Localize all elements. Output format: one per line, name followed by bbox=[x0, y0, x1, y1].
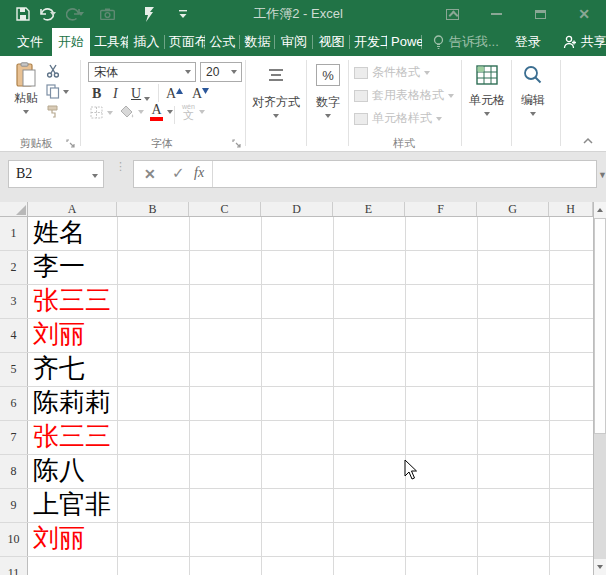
clipboard-dialog-launcher-icon[interactable] bbox=[66, 137, 76, 147]
tab-工具箱[interactable]: 工具箱 bbox=[90, 28, 128, 56]
italic-button[interactable]: I bbox=[113, 84, 118, 102]
row-header-6[interactable]: 6 bbox=[0, 387, 28, 420]
font-name-value: 宋体 bbox=[94, 64, 118, 81]
font-color-button[interactable]: A bbox=[150, 103, 173, 121]
collapse-ribbon-icon[interactable] bbox=[582, 134, 596, 144]
row-header-2[interactable]: 2 bbox=[0, 251, 28, 284]
alignment-button[interactable]: 对齐方式 bbox=[248, 62, 304, 118]
paste-dropdown-icon[interactable] bbox=[23, 110, 29, 114]
decrease-font-size-button[interactable]: A bbox=[192, 84, 209, 102]
tab-公式[interactable]: 公式 bbox=[205, 28, 240, 56]
save-icon[interactable] bbox=[10, 0, 36, 28]
tab-视图[interactable]: 视图 bbox=[313, 28, 350, 56]
number-dropdown-icon[interactable] bbox=[325, 114, 331, 118]
expand-formula-bar-icon[interactable]: ▼ bbox=[598, 170, 606, 180]
minimize-icon[interactable] bbox=[474, 0, 518, 28]
underline-button[interactable]: U bbox=[131, 84, 141, 102]
increase-font-size-button[interactable]: A bbox=[166, 84, 183, 102]
row-header-3[interactable]: 3 bbox=[0, 285, 28, 318]
column-header-G[interactable]: G bbox=[477, 202, 549, 216]
customize-qat-icon[interactable] bbox=[170, 0, 196, 28]
cancel-entry-icon[interactable]: ✕ bbox=[144, 166, 156, 182]
cell-A11[interactable] bbox=[28, 557, 593, 575]
row-header-10[interactable]: 10 bbox=[0, 523, 28, 556]
name-box[interactable]: B2 bbox=[8, 160, 104, 188]
worksheet-grid[interactable]: ABCDEFGH 1姓名2李一3张三三4刘丽5齐七6陈莉莉7张三三8陈八9上官非… bbox=[0, 202, 593, 575]
cell-A8[interactable]: 陈八 bbox=[28, 455, 593, 488]
font-name-combo[interactable]: 宋体 bbox=[88, 62, 196, 82]
cell-A3[interactable]: 张三三 bbox=[28, 285, 593, 318]
column-header-A[interactable]: A bbox=[28, 202, 117, 216]
font-dialog-launcher-icon[interactable] bbox=[232, 137, 242, 147]
font-size-dropdown-icon[interactable] bbox=[231, 70, 237, 74]
vertical-scrollbar[interactable] bbox=[593, 202, 606, 575]
insert-function-icon[interactable]: fx bbox=[194, 165, 204, 181]
cells-dropdown-icon[interactable] bbox=[484, 112, 490, 116]
column-header-B[interactable]: B bbox=[117, 202, 189, 216]
cell-A2[interactable]: 李一 bbox=[28, 251, 593, 284]
scrollbar-thumb[interactable] bbox=[594, 218, 606, 434]
tab-审阅[interactable]: 审阅 bbox=[275, 28, 313, 56]
copy-button[interactable] bbox=[46, 84, 69, 99]
column-header-E[interactable]: E bbox=[333, 202, 405, 216]
share-button[interactable]: 共享 bbox=[555, 28, 606, 56]
cell-A7[interactable]: 张三三 bbox=[28, 421, 593, 454]
row-header-9[interactable]: 9 bbox=[0, 489, 28, 522]
tab-页面布局[interactable]: 页面布局 bbox=[165, 28, 205, 56]
column-header-F[interactable]: F bbox=[405, 202, 477, 216]
maximize-icon[interactable] bbox=[518, 0, 562, 28]
font-color-dropdown-icon[interactable] bbox=[167, 110, 173, 114]
column-header-C[interactable]: C bbox=[189, 202, 261, 216]
editing-dropdown-icon[interactable] bbox=[530, 112, 536, 116]
font-name-dropdown-icon[interactable] bbox=[185, 70, 191, 74]
tab-数据[interactable]: 数据 bbox=[240, 28, 275, 56]
cell-A5[interactable]: 齐七 bbox=[28, 353, 593, 386]
bold-button[interactable]: B bbox=[92, 84, 101, 102]
cell-A4[interactable]: 刘丽 bbox=[28, 319, 593, 352]
cell-text: 张三三 bbox=[28, 421, 593, 453]
formula-input[interactable] bbox=[214, 161, 596, 187]
select-all-corner[interactable] bbox=[0, 202, 28, 216]
close-icon[interactable]: ✕ bbox=[562, 0, 606, 28]
editing-label: 编辑 bbox=[521, 92, 545, 109]
number-button[interactable]: % 数字 bbox=[309, 62, 347, 118]
alignment-dropdown-icon[interactable] bbox=[273, 114, 279, 118]
paste-button[interactable]: 粘贴 bbox=[8, 62, 44, 114]
row-header-5[interactable]: 5 bbox=[0, 353, 28, 386]
column-header-H[interactable]: H bbox=[549, 202, 593, 216]
scroll-down-icon[interactable] bbox=[594, 559, 606, 575]
row-header-11[interactable]: 11 bbox=[0, 557, 28, 575]
font-size-combo[interactable]: 20 bbox=[200, 62, 242, 82]
tell-me-box[interactable]: 告诉我... bbox=[432, 28, 499, 56]
tab-active-开始[interactable]: 开始 bbox=[52, 28, 90, 56]
phonetic-char: 文 bbox=[183, 110, 194, 121]
tab-文件[interactable]: 文件 bbox=[8, 28, 52, 56]
formula-bar-grip[interactable]: ⋮ bbox=[115, 163, 126, 170]
tab-插入[interactable]: 插入 bbox=[128, 28, 165, 56]
tab-PowerPivot[interactable]: PowerPivot bbox=[387, 28, 422, 56]
cell-A6[interactable]: 陈莉莉 bbox=[28, 387, 593, 420]
tab-开发工具[interactable]: 开发工具 bbox=[350, 28, 387, 56]
copy-dropdown-icon[interactable] bbox=[63, 90, 69, 94]
row-header-8[interactable]: 8 bbox=[0, 455, 28, 488]
flash-icon[interactable] bbox=[136, 0, 162, 28]
name-box-dropdown-icon[interactable] bbox=[92, 174, 98, 178]
cell-A9[interactable]: 上官非 bbox=[28, 489, 593, 522]
confirm-entry-icon[interactable]: ✓ bbox=[172, 164, 185, 182]
cell-A10[interactable]: 刘丽 bbox=[28, 523, 593, 556]
column-header-D[interactable]: D bbox=[261, 202, 333, 216]
cell-text: 陈莉莉 bbox=[28, 387, 593, 419]
cut-button[interactable] bbox=[46, 64, 61, 81]
row-header-7[interactable]: 7 bbox=[0, 421, 28, 454]
row-header-4[interactable]: 4 bbox=[0, 319, 28, 352]
editing-button[interactable]: 编辑 bbox=[513, 62, 553, 116]
sign-in-button[interactable]: 登录 bbox=[515, 28, 541, 56]
undo-dropdown-icon[interactable] bbox=[50, 12, 56, 16]
ribbon-display-options-icon[interactable] bbox=[430, 0, 474, 28]
underline-dropdown-icon[interactable] bbox=[144, 97, 150, 101]
row-header-1[interactable]: 1 bbox=[0, 217, 28, 250]
cell-A1[interactable]: 姓名 bbox=[28, 217, 593, 250]
cells-button[interactable]: 单元格 bbox=[465, 62, 509, 116]
grid-row-1: 1姓名 bbox=[0, 217, 593, 251]
scroll-up-icon[interactable] bbox=[594, 202, 606, 218]
